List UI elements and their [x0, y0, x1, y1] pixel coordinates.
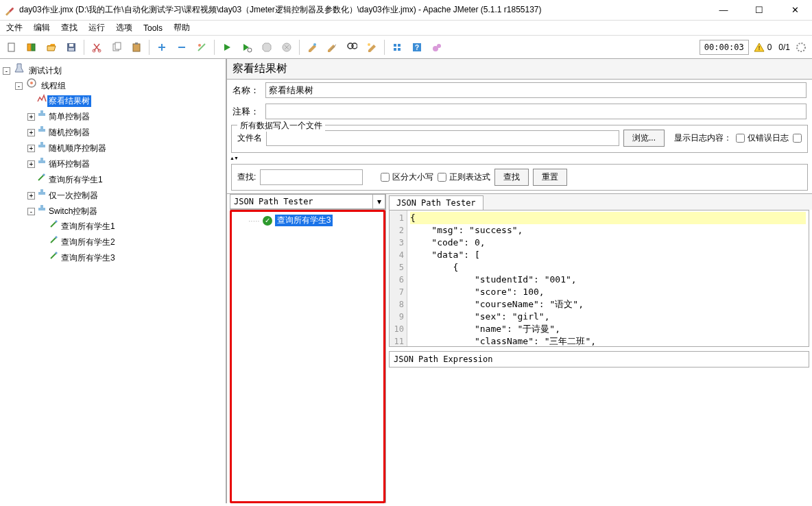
tree-item-simple-controller[interactable]: 简单控制器	[47, 111, 91, 123]
svg-point-13	[248, 48, 252, 52]
shutdown-button[interactable]	[278, 38, 296, 56]
expander-icon[interactable]: -	[27, 208, 35, 215]
svg-rect-37	[38, 160, 45, 163]
menu-options[interactable]: 选项	[112, 21, 136, 35]
start-button[interactable]	[218, 38, 236, 56]
splitter-handle[interactable]: ▲▼	[227, 156, 812, 161]
comment-label: 注释：	[232, 106, 261, 118]
window-controls: — ☐ ✕	[713, 5, 805, 15]
function-helper-button[interactable]	[388, 38, 406, 56]
tree-item-random-controller[interactable]: 随机控制器	[47, 127, 91, 138]
render-select[interactable]: JSON Path Tester ▾	[230, 194, 385, 210]
warning-count: 0	[767, 43, 772, 52]
menu-tools[interactable]: Tools	[140, 22, 166, 34]
menu-file[interactable]: 文件	[3, 21, 26, 35]
think-time-button[interactable]	[428, 38, 446, 56]
test-plan-tree[interactable]: - 测试计划 - 线程组 察看结果树 +简单控制器 +随机控制器 +随机顺序控制…	[0, 59, 226, 503]
search-label: 查找:	[237, 171, 256, 183]
search-button-tb[interactable]	[343, 38, 361, 56]
regex-checkbox[interactable]	[438, 173, 446, 182]
extra-checkbox[interactable]	[793, 134, 802, 143]
window-title: day03作业.jmx (D:\我的工作\自动化测试学习\课程视频\day03（…	[19, 4, 713, 16]
svg-rect-34	[40, 126, 43, 129]
copy-button[interactable]	[108, 38, 126, 56]
expander-icon[interactable]: +	[27, 145, 35, 152]
svg-rect-19	[394, 44, 396, 47]
listener-icon	[36, 93, 47, 104]
templates-button[interactable]	[23, 38, 40, 56]
browse-button[interactable]: 浏览...	[623, 130, 665, 147]
filename-input[interactable]	[266, 130, 619, 146]
tree-item-switch-child-2[interactable]: 查询所有学生2	[60, 237, 117, 248]
expander-icon[interactable]: -	[3, 67, 10, 75]
cut-button[interactable]	[88, 38, 106, 56]
expander-icon[interactable]: -	[15, 82, 23, 90]
threadgroup-icon	[26, 77, 37, 88]
new-button[interactable]	[3, 38, 21, 56]
svg-point-26	[437, 44, 441, 48]
name-input[interactable]	[265, 82, 807, 98]
controller-icon	[36, 187, 47, 198]
stop-button[interactable]	[258, 38, 276, 56]
expand-button[interactable]	[153, 38, 171, 56]
highlight-box: ····· ✓ 查询所有学生3	[230, 210, 385, 503]
tree-threadgroup[interactable]: 线程组	[40, 80, 67, 92]
errors-only-checkbox[interactable]	[736, 134, 745, 143]
run-indicator-icon	[796, 42, 807, 53]
open-button[interactable]	[43, 38, 60, 56]
menu-run[interactable]: 运行	[85, 21, 108, 35]
comment-input[interactable]	[265, 104, 807, 119]
svg-point-15	[313, 43, 316, 46]
right-pane: 察看结果树 名称： 注释： 所有数据写入一个文件 文件名 浏览... 显示日志内…	[226, 59, 812, 503]
name-label: 名称：	[232, 84, 261, 97]
paste-button[interactable]	[128, 38, 145, 56]
render-select-value: JSON Path Tester	[230, 194, 373, 209]
tab-json-path-tester[interactable]: JSON Path Tester	[389, 195, 483, 210]
close-button[interactable]: ✕	[785, 5, 805, 15]
collapse-button[interactable]	[173, 38, 191, 56]
expander-icon[interactable]: +	[27, 129, 35, 136]
tree-item-switch-controller[interactable]: Switch控制器	[47, 206, 99, 217]
tree-item-once-only-controller[interactable]: 仅一次控制器	[47, 190, 99, 202]
threads-count: 0/1	[778, 43, 790, 52]
expander-icon[interactable]: +	[27, 160, 35, 168]
clear-button[interactable]	[303, 38, 321, 56]
case-sensitive-label: 区分大小写	[392, 171, 433, 183]
tree-item-loop-controller[interactable]: 循环控制器	[47, 158, 91, 170]
reset-button[interactable]: 重置	[533, 169, 567, 186]
help-button[interactable]: ?	[408, 38, 426, 56]
search-input[interactable]	[260, 169, 363, 185]
tree-item-query-students-1[interactable]: 查询所有学生1	[47, 174, 104, 186]
tree-item-results-tree[interactable]: 察看结果树	[47, 95, 91, 107]
save-button[interactable]	[62, 38, 80, 56]
controller-icon	[36, 203, 47, 214]
start-no-timers-button[interactable]	[238, 38, 256, 56]
tree-item-random-order-controller[interactable]: 随机顺序控制器	[47, 143, 108, 154]
reset-search-button[interactable]	[363, 38, 381, 56]
clear-all-button[interactable]	[323, 38, 341, 56]
tree-item-switch-child-3[interactable]: 查询所有学生3	[60, 252, 117, 264]
regex-label: 正则表达式	[449, 171, 490, 183]
menu-search[interactable]: 查找	[58, 21, 81, 35]
minimize-button[interactable]: —	[713, 5, 734, 15]
result-name: 查询所有学生3	[275, 215, 333, 226]
expander-icon[interactable]: +	[27, 192, 35, 200]
menu-bar: 文件 编辑 查找 运行 选项 Tools 帮助	[0, 21, 812, 36]
result-row[interactable]: ····· ✓ 查询所有学生3	[232, 213, 383, 228]
search-button[interactable]: 查找	[494, 169, 529, 186]
svg-rect-10	[133, 44, 140, 51]
svg-rect-4	[69, 44, 73, 47]
chevron-down-icon[interactable]: ▾	[373, 194, 385, 209]
menu-edit[interactable]: 编辑	[30, 21, 53, 35]
elapsed-time: 00:00:03	[700, 40, 749, 55]
toggle-button[interactable]	[193, 38, 211, 56]
response-body[interactable]: 123456789101112 { "msg": "success", "cod…	[389, 210, 809, 347]
tree-root[interactable]: 测试计划	[27, 65, 63, 77]
expander-icon[interactable]: +	[27, 113, 35, 121]
case-sensitive-checkbox[interactable]	[381, 173, 390, 182]
filename-label: 文件名	[237, 132, 262, 144]
controller-icon	[36, 108, 47, 119]
maximize-button[interactable]: ☐	[749, 5, 769, 15]
tree-item-switch-child-1[interactable]: 查询所有学生1	[60, 221, 117, 232]
menu-help[interactable]: 帮助	[170, 21, 193, 35]
